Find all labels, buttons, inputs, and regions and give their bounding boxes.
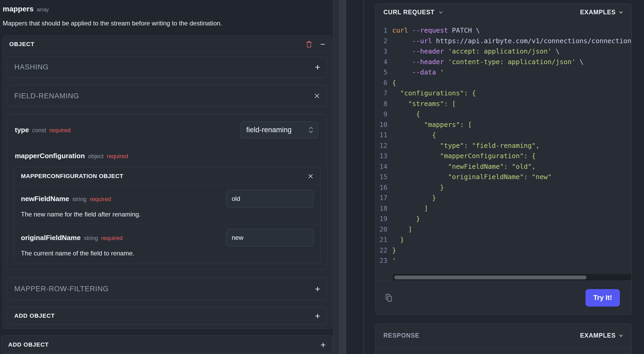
code-line-content: { xyxy=(392,109,420,120)
add-object-inner-label: ADD OBJECT xyxy=(14,312,55,319)
close-mapper-configuration-button[interactable] xyxy=(308,173,314,179)
code-line: 1curl --request PATCH \ xyxy=(376,25,631,36)
line-number: 9 xyxy=(376,109,387,120)
try-it-button[interactable]: Try It! xyxy=(585,289,620,307)
new-field-name-row: newFieldName string required The new nam… xyxy=(14,185,320,224)
object-card-actions: − xyxy=(305,40,325,48)
type-property-kind: const xyxy=(32,127,46,134)
code-line-content: "mapperConfiguration": { xyxy=(392,151,536,161)
schema-column: mappers array Mappers that should be app… xyxy=(0,0,333,354)
section-hashing[interactable]: HASHING + xyxy=(7,56,327,78)
line-number: 21 xyxy=(376,234,387,245)
new-field-name-name: newFieldName xyxy=(21,195,69,203)
section-field-renaming: FIELD-RENAMING xyxy=(7,85,327,107)
line-number: 20 xyxy=(376,224,387,235)
code-line: 19 } xyxy=(376,214,631,224)
close-field-renaming-button[interactable] xyxy=(314,93,320,99)
mapper-configuration-object-box: MAPPERCONFIGURATION OBJECT xyxy=(14,167,321,263)
line-number: 2 xyxy=(376,36,387,46)
copy-code-button[interactable] xyxy=(383,293,394,303)
section-mapper-row-filtering[interactable]: MAPPER-ROW-FILTERING + xyxy=(7,277,327,300)
mapper-configuration-label: mapperConfiguration object required xyxy=(14,152,321,160)
chevron-down-icon xyxy=(618,333,624,338)
field-renaming-config-box: type const required field-renaming xyxy=(7,114,327,270)
add-object-button-outer[interactable]: ADD OBJECT + xyxy=(1,335,333,354)
line-number: 12 xyxy=(376,140,387,151)
line-number: 11 xyxy=(376,130,387,140)
type-property-label: type const required xyxy=(15,126,71,134)
section-field-renaming-title: FIELD-RENAMING xyxy=(14,92,79,100)
code-line: 16 } xyxy=(376,182,631,193)
add-object-outer-label: ADD OBJECT xyxy=(8,341,49,348)
vertical-scrollbar-track[interactable] xyxy=(333,0,346,354)
code-line: 2 --url https://api.airbyte.com/v1/conne… xyxy=(376,36,631,46)
code-line-content: "mappers": [ xyxy=(392,120,472,130)
code-line-content: "newFieldName": "old", xyxy=(392,161,536,172)
curl-code-block: 1curl --request PATCH \2 --url https://a… xyxy=(376,21,631,273)
add-object-button-inner[interactable]: ADD OBJECT + xyxy=(7,307,327,325)
code-horizontal-scrollbar-track[interactable] xyxy=(393,274,631,281)
plus-icon: + xyxy=(315,284,320,293)
code-line: 8 "streams": [ xyxy=(376,99,631,109)
mapper-configuration-area: mapperConfiguration object required MAPP… xyxy=(7,145,327,269)
code-line-content: --url https://api.airbyte.com/v1/connect… xyxy=(392,36,631,46)
line-number: 17 xyxy=(376,193,387,203)
line-number: 15 xyxy=(376,172,387,182)
mappers-object-card: OBJECT − xyxy=(3,36,332,329)
object-card-body: HASHING + FIELD-RENAMING xyxy=(3,53,332,328)
object-card-header: OBJECT − xyxy=(3,36,332,53)
type-select-value: field-renaming xyxy=(246,126,292,134)
line-number: 5 xyxy=(376,67,387,78)
stepper-chevrons-icon xyxy=(308,125,314,134)
new-field-name-row-top: newFieldName string required xyxy=(21,190,314,207)
section-mapper-row-filtering-title: MAPPER-ROW-FILTERING xyxy=(14,285,109,293)
code-line: 13 "mapperConfiguration": { xyxy=(376,151,631,161)
curl-request-title-toggle[interactable]: CURL REQUEST xyxy=(383,9,444,16)
code-line-content: --header 'accept: application/json' \ xyxy=(392,46,560,57)
code-line-content: { xyxy=(392,78,396,88)
mapper-configuration-name: mapperConfiguration xyxy=(15,152,85,160)
mapper-configuration-object-title: MAPPERCONFIGURATION OBJECT xyxy=(21,173,123,180)
code-line-content: { xyxy=(392,130,436,140)
code-line: 20 ] xyxy=(376,224,631,235)
original-field-name-row-top: originalFieldName string required xyxy=(21,229,314,246)
code-line-content: --data ' xyxy=(392,67,444,78)
section-hashing-title: HASHING xyxy=(14,63,49,71)
code-line: 18 ] xyxy=(376,203,631,214)
original-field-name-kind: string xyxy=(84,235,98,242)
line-number: 7 xyxy=(376,88,387,99)
code-line-content: } xyxy=(392,193,436,203)
new-field-name-input[interactable] xyxy=(226,190,314,207)
code-line: 23' xyxy=(376,255,631,266)
type-select[interactable]: field-renaming xyxy=(241,121,318,138)
line-number: 19 xyxy=(376,214,387,224)
trash-icon xyxy=(305,40,313,48)
line-number: 18 xyxy=(376,203,387,214)
type-property-name: type xyxy=(15,126,29,134)
curl-request-panel: CURL REQUEST EXAMPLES 1curl --request PA… xyxy=(375,3,632,315)
response-examples-label: EXAMPLES xyxy=(580,332,616,339)
code-horizontal-scrollbar-thumb[interactable] xyxy=(394,276,587,279)
original-field-name-name: originalFieldName xyxy=(21,234,80,242)
curl-examples-label: EXAMPLES xyxy=(580,9,616,16)
response-examples-dropdown[interactable]: EXAMPLES xyxy=(580,332,624,339)
chevron-down-icon xyxy=(618,10,624,15)
curl-request-header: CURL REQUEST EXAMPLES xyxy=(375,4,632,21)
collapse-object-button[interactable]: − xyxy=(320,40,325,48)
delete-object-button[interactable] xyxy=(305,40,313,48)
new-field-name-required: required xyxy=(90,196,111,203)
vertical-scrollbar-thumb[interactable] xyxy=(339,0,346,354)
code-line: 22} xyxy=(376,245,631,256)
field-name-mappers: mappers xyxy=(3,5,34,13)
code-line: 5 --data ' xyxy=(376,67,631,78)
copy-icon xyxy=(383,293,394,303)
curl-request-title: CURL REQUEST xyxy=(383,9,435,16)
curl-examples-dropdown[interactable]: EXAMPLES xyxy=(580,9,624,16)
code-line: 9 { xyxy=(376,109,631,120)
code-line-content: "configurations": { xyxy=(392,88,476,99)
original-field-name-input[interactable] xyxy=(226,229,314,246)
code-line-content: "originalFieldName": "new" xyxy=(392,172,552,182)
code-line-content: } xyxy=(392,245,396,256)
code-line: 17 } xyxy=(376,193,631,203)
new-field-name-label: newFieldName string required xyxy=(21,195,111,203)
